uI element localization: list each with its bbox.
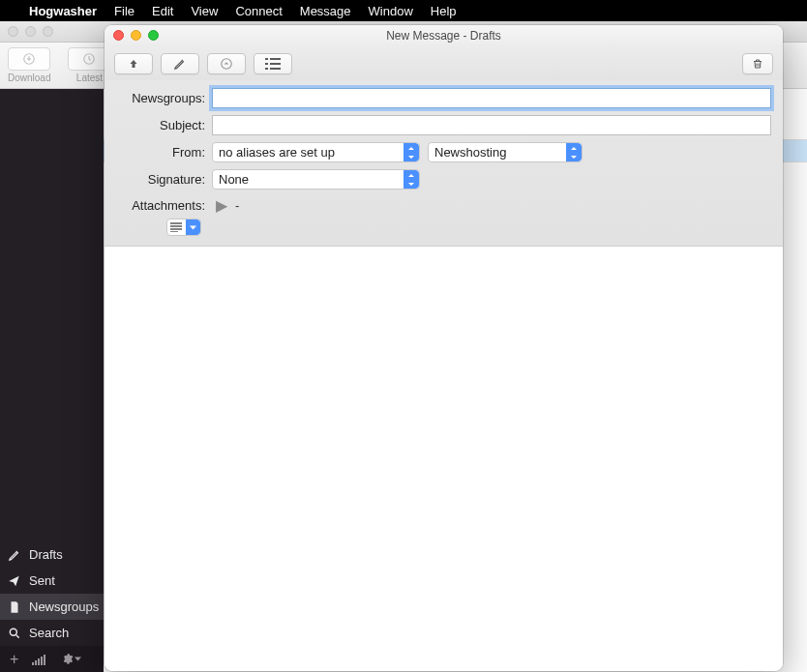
menu-connect[interactable]: Connect	[235, 4, 282, 18]
sidebar-item-label: Drafts	[29, 547, 63, 562]
search-icon	[8, 627, 21, 640]
menu-file[interactable]: File	[114, 4, 134, 18]
svg-rect-10	[270, 58, 281, 60]
file-icon	[8, 600, 21, 614]
svg-rect-11	[265, 63, 268, 65]
svg-point-2	[10, 628, 16, 635]
svg-rect-3	[32, 662, 34, 665]
svg-rect-14	[270, 68, 281, 70]
trash-button[interactable]	[742, 53, 773, 74]
from-select-value: no aliases are set up	[219, 145, 335, 160]
list-view-button[interactable]	[254, 53, 292, 74]
menu-window[interactable]: Window	[369, 4, 413, 18]
signature-select-value: None	[219, 172, 249, 187]
compose-toolbar	[105, 46, 783, 80]
up-circle-button[interactable]	[207, 53, 246, 74]
chevron-updown-icon	[404, 143, 419, 161]
menu-view[interactable]: View	[191, 4, 218, 18]
sidebar: Drafts Sent Newsgroups Search +	[0, 89, 104, 672]
menu-help[interactable]: Help	[431, 4, 457, 18]
svg-rect-6	[41, 657, 43, 665]
minimize-button[interactable]	[131, 30, 141, 41]
window-title: New Message - Drafts	[386, 29, 501, 43]
from-select[interactable]: no aliases are set up	[212, 142, 420, 162]
compose-window: New Message - Drafts Newsgroups: Subject…	[105, 25, 783, 671]
add-icon[interactable]: +	[10, 651, 18, 668]
message-body-editor[interactable]	[105, 247, 783, 666]
attachments-summary: -	[235, 198, 239, 213]
send-button[interactable]	[114, 53, 153, 74]
disclosure-triangle-icon[interactable]: ▶	[216, 196, 227, 215]
signature-label: Signature:	[116, 172, 205, 187]
sidebar-item-newsgroups[interactable]: Newsgroups	[0, 594, 104, 620]
svg-rect-13	[265, 68, 268, 70]
close-button[interactable]	[113, 30, 124, 41]
traffic-light-min-inactive[interactable]	[25, 26, 36, 37]
sidebar-item-label: Newsgroups	[29, 599, 99, 614]
from-label: From:	[116, 145, 205, 160]
send-icon	[8, 574, 21, 588]
chevron-updown-icon	[566, 143, 582, 161]
gear-icon[interactable]	[61, 653, 81, 665]
svg-rect-5	[38, 658, 40, 665]
edit-button[interactable]	[161, 53, 199, 74]
compose-header-form: Newsgroups: Subject: From: no aliases ar…	[105, 80, 783, 247]
traffic-light-close-inactive[interactable]	[8, 26, 18, 37]
sidebar-item-search[interactable]: Search	[0, 620, 104, 646]
signature-select[interactable]: None	[212, 169, 420, 190]
svg-rect-4	[35, 660, 37, 665]
sidebar-item-sent[interactable]: Sent	[0, 568, 104, 594]
menu-edit[interactable]: Edit	[152, 4, 173, 18]
system-menubar: Hogwasher File Edit View Connect Message…	[0, 0, 807, 21]
download-label: Download	[8, 73, 50, 83]
compose-titlebar[interactable]: New Message - Drafts	[105, 25, 783, 46]
svg-rect-12	[270, 63, 281, 65]
subject-input[interactable]	[212, 115, 771, 135]
sidebar-item-label: Search	[29, 626, 69, 640]
chevron-updown-icon	[404, 170, 419, 189]
app-name[interactable]: Hogwasher	[29, 4, 97, 18]
subject-label: Subject:	[116, 118, 205, 132]
traffic-light-max-inactive[interactable]	[43, 26, 53, 37]
svg-rect-9	[265, 58, 268, 60]
activity-icon[interactable]	[32, 654, 47, 665]
justify-icon	[167, 219, 186, 235]
format-toggle[interactable]	[166, 219, 201, 236]
sidebar-item-drafts[interactable]: Drafts	[0, 541, 104, 568]
pencil-icon	[8, 548, 21, 562]
newsgroups-input[interactable]	[212, 88, 771, 108]
latest-label: Latest	[76, 73, 103, 83]
server-select-value: Newshosting	[434, 145, 506, 160]
newsgroups-label: Newsgroups:	[116, 91, 205, 105]
attachments-label: Attachments:	[116, 198, 205, 213]
menu-message[interactable]: Message	[300, 4, 351, 18]
server-select[interactable]: Newshosting	[428, 142, 583, 162]
chevron-down-icon	[186, 219, 200, 235]
sidebar-footer: +	[0, 646, 104, 672]
sidebar-item-label: Sent	[29, 573, 55, 588]
download-button[interactable]: Download	[8, 47, 50, 83]
zoom-button[interactable]	[148, 30, 159, 41]
svg-rect-7	[44, 655, 45, 665]
